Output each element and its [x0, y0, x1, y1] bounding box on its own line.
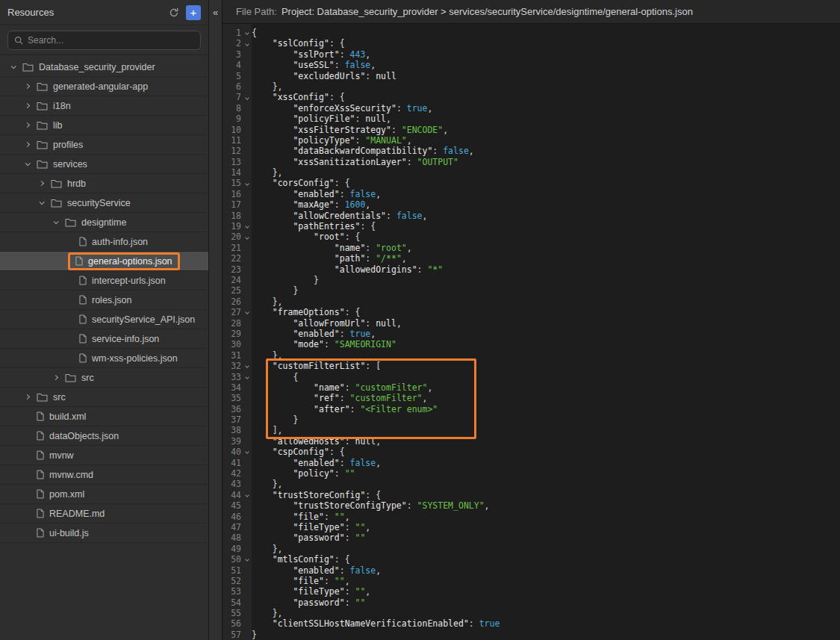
caret-right-icon[interactable] — [50, 376, 60, 379]
code-line[interactable]: 22 "path": "/**", — [223, 253, 840, 264]
fold-chevron-icon[interactable] — [242, 307, 252, 317]
code-line[interactable]: 53 "fileType": "", — [223, 586, 840, 597]
code-line[interactable]: 48 "password": "" — [223, 532, 840, 543]
code-line[interactable]: 49 }, — [223, 544, 840, 554]
tree-item-generated-angular-app[interactable]: generated-angular-app — [0, 77, 208, 96]
code-line[interactable]: 38 ], — [223, 425, 840, 435]
fold-chevron-icon[interactable] — [242, 178, 252, 188]
fold-chevron-icon[interactable] — [242, 554, 252, 565]
code-line[interactable]: 37 } — [223, 414, 840, 425]
code-line[interactable]: 52 "file": "", — [223, 576, 840, 586]
tree-item-service-info-json[interactable]: service-info.json — [0, 329, 208, 349]
fold-chevron-icon[interactable] — [242, 221, 252, 232]
code-line[interactable]: 40 "cspConfig": { — [223, 447, 840, 457]
tree-item-securityservice-api-json[interactable]: securityService_API.json — [0, 310, 208, 329]
code-line[interactable]: 42 "policy": "" — [223, 468, 840, 479]
code-line[interactable]: 45 "trustStoreConfigType": "SYSTEM_ONLY"… — [223, 500, 840, 511]
code-line[interactable]: 51 "enabled": false, — [223, 565, 840, 576]
refresh-button[interactable] — [169, 7, 179, 18]
code-line[interactable]: 41 "enabled": false, — [223, 458, 840, 468]
tree-item-readme-md[interactable]: README.md — [0, 504, 208, 524]
tree-item-i18n[interactable]: i18n — [0, 96, 208, 116]
code-line[interactable]: 5 "excludedUrls": null — [223, 71, 840, 81]
code-line[interactable]: 10 "xssFilterStrategy": "ENCODE", — [223, 125, 840, 135]
add-resource-button[interactable]: + — [186, 5, 201, 20]
tree-item-mvnw[interactable]: mvnw — [0, 446, 208, 465]
caret-down-icon[interactable] — [7, 65, 18, 69]
code-line[interactable]: 24 } — [223, 275, 840, 285]
code-line[interactable]: 27 "frameOptions": { — [223, 307, 840, 317]
fold-chevron-icon[interactable] — [242, 28, 252, 38]
caret-right-icon[interactable] — [22, 395, 32, 399]
code-line[interactable]: 57} — [223, 630, 840, 640]
code-line[interactable]: 2 "sslConfig": { — [223, 38, 840, 49]
code-line[interactable]: 18 "allowCredentials": false, — [223, 211, 840, 221]
code-line[interactable]: 23 "allowedOrigins": "*" — [223, 264, 840, 275]
code-line[interactable]: 34 "name": "customFilter", — [223, 382, 840, 393]
tree-item-securityservice[interactable]: securityService — [0, 193, 208, 213]
code-line[interactable]: 20 "root": { — [223, 232, 840, 242]
fold-chevron-icon[interactable] — [242, 232, 252, 242]
code-line[interactable]: 21 "name": "root", — [223, 243, 840, 253]
code-line[interactable]: 56 "clientSSLHostNameVerificationEnabled… — [223, 618, 840, 629]
code-line[interactable]: 44 "trustStoreConfig": { — [223, 490, 840, 500]
code-line[interactable]: 12 "dataBackwardCompatibility": false, — [223, 146, 840, 156]
tree-item-build-xml[interactable]: build.xml — [0, 407, 208, 426]
code-editor[interactable]: 1{2 "sslConfig": {3 "sslPort": 443,4 "us… — [223, 24, 840, 640]
code-line[interactable]: 46 "file": "", — [223, 512, 840, 522]
code-line[interactable]: 47 "fileType": "", — [223, 522, 840, 532]
code-line[interactable]: 3 "sslPort": 443, — [223, 49, 840, 60]
code-line[interactable]: 15 "corsConfig": { — [223, 178, 840, 188]
code-line[interactable]: 29 "enabled": true, — [223, 329, 840, 339]
code-line[interactable]: 39 "allowedHosts": null, — [223, 436, 840, 447]
code-line[interactable]: 17 "maxAge": 1600, — [223, 199, 840, 210]
code-line[interactable]: 54 "password": "" — [223, 597, 840, 608]
code-line[interactable]: 9 "policyFile": null, — [223, 114, 840, 124]
caret-right-icon[interactable] — [22, 143, 32, 146]
code-line[interactable]: 30 "mode": "SAMEORIGIN" — [223, 339, 840, 349]
code-line[interactable]: 11 "policyType": "MANUAL", — [223, 135, 840, 146]
fold-chevron-icon[interactable] — [242, 38, 252, 49]
code-line[interactable]: 14 }, — [223, 167, 840, 178]
fold-chevron-icon[interactable] — [242, 447, 252, 457]
tree-item-pom-xml[interactable]: pom.xml — [0, 485, 208, 504]
tree-item-general-options-json[interactable]: general-options.json — [0, 252, 208, 271]
code-line[interactable]: 8 "enforceXssSecurity": true, — [223, 103, 840, 114]
fold-chevron-icon[interactable] — [242, 361, 252, 371]
fold-chevron-icon[interactable] — [242, 372, 252, 382]
tree-item-services[interactable]: services — [0, 155, 208, 174]
code-line[interactable]: 1{ — [223, 28, 840, 38]
tree-item-intercept-urls-json[interactable]: intercept-urls.json — [0, 271, 208, 291]
caret-right-icon[interactable] — [22, 123, 32, 127]
code-line[interactable]: 33 { — [223, 372, 840, 382]
code-line[interactable]: 35 "ref": "customFilter", — [223, 393, 840, 403]
tree-item-designtime[interactable]: designtime — [0, 213, 208, 232]
tree-item-mvnw-cmd[interactable]: mvnw.cmd — [0, 465, 208, 485]
fold-chevron-icon[interactable] — [242, 92, 252, 102]
code-line[interactable]: 4 "useSSL": false, — [223, 60, 840, 70]
code-line[interactable]: 43 }, — [223, 479, 840, 489]
tree-item-lib[interactable]: lib — [0, 116, 208, 135]
code-line[interactable]: 28 "allowFromUrl": null, — [223, 318, 840, 329]
code-line[interactable]: 31 }, — [223, 350, 840, 361]
tree-item-profiles[interactable]: profiles — [0, 135, 208, 155]
caret-down-icon[interactable] — [50, 220, 60, 224]
tree-item-ui-build-js[interactable]: ui-build.js — [0, 524, 208, 543]
tree-item-wm-xss-policies-json[interactable]: wm-xss-policies.json — [0, 349, 208, 368]
search-input[interactable] — [28, 35, 194, 46]
tree-item-hrdb[interactable]: hrdb — [0, 174, 208, 193]
tree-item-dataobjects-json[interactable]: dataObjects.json — [0, 426, 208, 446]
code-line[interactable]: 26 }, — [223, 296, 840, 307]
code-line[interactable]: 6 }, — [223, 81, 840, 92]
code-line[interactable]: 36 "after": "<Filter enum>" — [223, 404, 840, 414]
caret-down-icon[interactable] — [22, 162, 32, 166]
caret-down-icon[interactable] — [36, 201, 46, 205]
code-line[interactable]: 50 "mtlsConfig": { — [223, 554, 840, 565]
tree-item-auth-info-json[interactable]: auth-info.json — [0, 232, 208, 252]
code-line[interactable]: 19 "pathEntries": { — [223, 221, 840, 232]
fold-chevron-icon[interactable] — [242, 490, 252, 500]
tree-item-database-security-provider[interactable]: Database_security_provider — [0, 58, 208, 77]
tree-item-src[interactable]: src — [0, 368, 208, 388]
caret-right-icon[interactable] — [22, 84, 32, 88]
code-line[interactable]: 16 "enabled": false, — [223, 189, 840, 199]
